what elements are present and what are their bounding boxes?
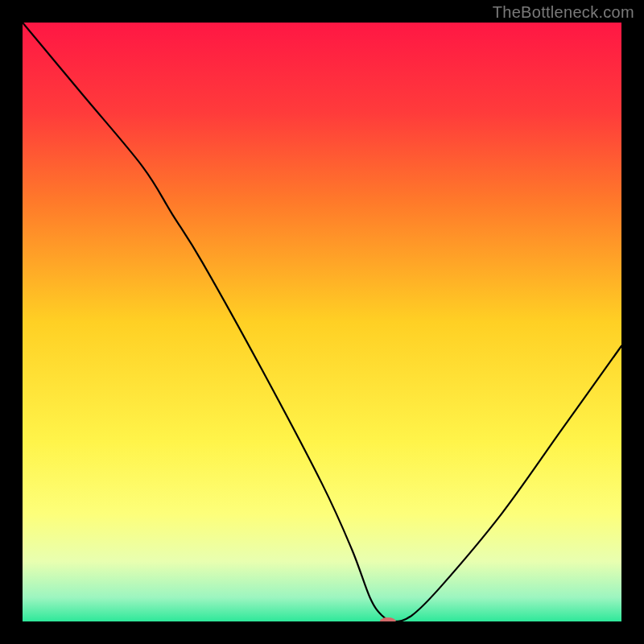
bottleneck-chart: TheBottleneck.com — [0, 0, 644, 644]
chart-svg — [0, 0, 644, 644]
plot-area — [23, 23, 621, 625]
attribution-label: TheBottleneck.com — [493, 3, 634, 22]
gradient-background — [23, 23, 621, 621]
